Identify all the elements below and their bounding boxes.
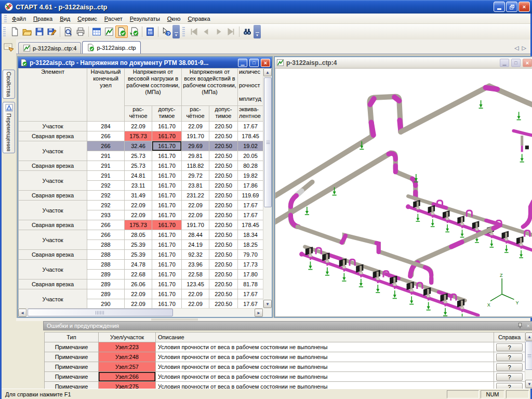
value-cell[interactable]: 123.45: [182, 280, 209, 289]
child-maximize-button[interactable]: □: [511, 59, 521, 67]
error-desc-cell[interactable]: Условия прочности от веса в рабочем сост…: [156, 382, 494, 389]
help-button[interactable]: ?: [496, 373, 523, 381]
child-close-button[interactable]: ×: [523, 59, 532, 67]
value-cell[interactable]: 161.70: [152, 289, 182, 299]
toolbar-overflow-button[interactable]: ▾: [172, 25, 180, 38]
value-cell[interactable]: 220.50: [209, 220, 238, 230]
err-col-desc[interactable]: Описание: [156, 332, 494, 342]
value-cell[interactable]: 161.70: [152, 181, 182, 191]
error-type-cell[interactable]: Примечание: [45, 382, 99, 389]
stress-row[interactable]: Участок26628.05161.7028.44220.5018.34: [19, 230, 263, 240]
value-cell[interactable]: 220.50: [209, 201, 238, 210]
errors-vertical-scrollbar[interactable]: ▲ ▼: [525, 332, 532, 389]
help-button[interactable]: ?: [496, 363, 523, 371]
value-cell[interactable]: 119.69: [238, 191, 263, 201]
value-cell[interactable]: 220.50: [209, 250, 238, 260]
stress-row[interactable]: Участок29222.09161.7022.09220.5017.67: [19, 201, 263, 210]
value-cell[interactable]: 220.50: [209, 151, 238, 161]
element-cell[interactable]: Участок: [19, 122, 87, 131]
element-cell[interactable]: Участок: [19, 201, 87, 220]
value-cell[interactable]: 22.09: [182, 201, 209, 210]
value-cell[interactable]: 81.78: [238, 280, 263, 289]
value-cell[interactable]: 23.81: [182, 181, 209, 191]
nav-last-button[interactable]: [225, 25, 237, 38]
value-cell[interactable]: 22.58: [182, 270, 209, 280]
value-cell[interactable]: 220.50: [209, 210, 238, 220]
node-cell[interactable]: 266: [87, 141, 125, 151]
value-cell[interactable]: 178.45: [238, 220, 263, 230]
menu-view[interactable]: Вид: [56, 14, 74, 23]
menu-window[interactable]: Окно: [164, 14, 184, 23]
value-cell[interactable]: 220.50: [209, 270, 238, 280]
error-desc-cell[interactable]: Условия прочности от веса в рабочем сост…: [156, 362, 494, 372]
node-cell[interactable]: 288: [87, 240, 125, 250]
error-type-cell[interactable]: Примечание: [45, 372, 99, 382]
value-cell[interactable]: 24.19: [182, 240, 209, 250]
value-cell[interactable]: 175.73: [125, 220, 152, 230]
value-cell[interactable]: 17.67: [238, 299, 263, 309]
pin-icon[interactable]: [517, 323, 523, 329]
nav-next-button[interactable]: [212, 25, 225, 38]
value-cell[interactable]: 220.50: [209, 161, 238, 171]
value-cell[interactable]: 79.70: [238, 250, 263, 260]
value-cell[interactable]: 24.81: [125, 171, 152, 181]
new-button[interactable]: [8, 25, 21, 38]
value-cell[interactable]: 220.50: [209, 171, 238, 181]
node-cell[interactable]: 292: [87, 191, 125, 201]
element-cell[interactable]: Участок: [19, 141, 87, 161]
node-cell[interactable]: 288: [87, 250, 125, 260]
element-cell[interactable]: Участок: [19, 289, 87, 309]
value-cell[interactable]: 22.09: [182, 299, 209, 309]
error-desc-cell[interactable]: Условия прочности от веса в рабочем сост…: [156, 342, 494, 352]
value-cell[interactable]: 161.70: [152, 280, 182, 289]
child-close-button[interactable]: ×: [261, 59, 270, 67]
check-document-button[interactable]: [115, 25, 128, 38]
node-cell[interactable]: 284: [87, 122, 125, 131]
tab-scroll-left-icon[interactable]: ◁: [514, 45, 518, 51]
node-cell[interactable]: 289: [87, 280, 125, 289]
col-group-cyclic[interactable]: икличес рочност мплитуд: [238, 69, 263, 106]
value-cell[interactable]: 92.32: [182, 250, 209, 260]
scroll-up-icon[interactable]: ▲: [263, 68, 272, 76]
value-cell[interactable]: 220.50: [209, 240, 238, 250]
value-cell[interactable]: 161.70: [152, 122, 182, 131]
child-minimize-button[interactable]: ▁: [500, 59, 509, 67]
error-row[interactable]: ПримечаниеУзел:266Условия прочности от в…: [45, 372, 525, 382]
value-cell[interactable]: 231.22: [182, 191, 209, 201]
value-cell[interactable]: 220.50: [209, 260, 238, 270]
value-cell[interactable]: 17.86: [238, 181, 263, 191]
value-cell[interactable]: 175.73: [125, 131, 152, 141]
value-cell[interactable]: 18.34: [238, 230, 263, 240]
error-node-cell[interactable]: Узел:266: [99, 372, 156, 382]
col-header-element[interactable]: Элемент: [19, 69, 87, 122]
value-cell[interactable]: 220.50: [209, 280, 238, 289]
print-button[interactable]: [74, 25, 87, 38]
scroll-down-icon[interactable]: ▼: [263, 300, 272, 308]
menu-results[interactable]: Результаты: [126, 14, 164, 23]
stress-row[interactable]: Сварная врезка28926.06161.70123.45220.50…: [19, 280, 263, 289]
value-cell[interactable]: 161.70: [152, 240, 182, 250]
element-cell[interactable]: Сварная врезка: [19, 280, 87, 289]
stress-row[interactable]: Сварная врезка29231.49161.70231.22220.50…: [19, 191, 263, 201]
value-cell[interactable]: 17.80: [238, 270, 263, 280]
grid-horizontal-scrollbar[interactable]: ◄ ►: [18, 308, 263, 317]
child-minimize-button[interactable]: ▁: [238, 59, 247, 67]
value-cell[interactable]: 161.70: [152, 299, 182, 309]
3d-viewport[interactable]: Z X Y: [275, 68, 532, 317]
value-cell[interactable]: 29.69: [182, 141, 209, 151]
value-cell[interactable]: 18.25: [238, 240, 263, 250]
col-group-weight[interactable]: Напряжения от весовой нагрузки в рабочем…: [125, 69, 182, 106]
value-cell[interactable]: 118.82: [182, 161, 209, 171]
sidebar-tab-displacements[interactable]: Перемещения: [3, 102, 15, 153]
value-cell[interactable]: 220.50: [209, 289, 238, 299]
value-cell[interactable]: 29.81: [182, 151, 209, 161]
help-button[interactable]: ?: [496, 343, 523, 351]
error-type-cell[interactable]: Примечание: [45, 342, 99, 352]
value-cell[interactable]: 22.09: [125, 299, 152, 309]
error-desc-cell[interactable]: Условия прочности от веса в рабочем сост…: [156, 352, 494, 362]
scroll-up-icon[interactable]: ▲: [525, 332, 532, 341]
view-window-titlebar[interactable]: p-3122aisp..ctp:4 ▁ □ ×: [275, 57, 532, 68]
value-cell[interactable]: 161.70: [152, 131, 182, 141]
value-cell[interactable]: 20.05: [238, 151, 263, 161]
stress-window-titlebar[interactable]: p-3122aisp..ctp - Напряжения по документ…: [18, 57, 272, 68]
